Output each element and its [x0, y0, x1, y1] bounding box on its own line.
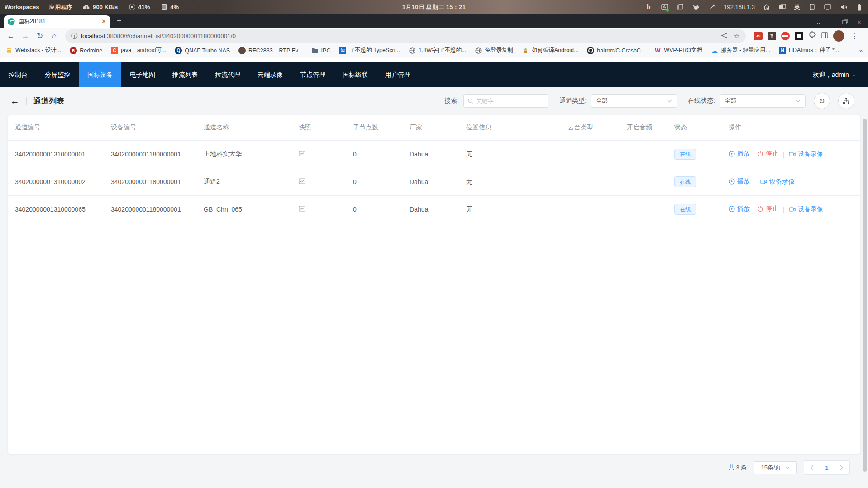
- clock[interactable]: 1月10日 星期二 15：21: [402, 3, 466, 11]
- site-info-icon[interactable]: ⓘ: [71, 32, 77, 40]
- nav-item-cloud-record[interactable]: 云端录像: [249, 62, 291, 87]
- display-icon[interactable]: [824, 3, 832, 11]
- snapshot-thumbnail-icon[interactable]: [299, 206, 305, 213]
- page-size-select[interactable]: 15条/页: [754, 461, 797, 474]
- dark-extension-icon[interactable]: [768, 32, 776, 40]
- stop-link[interactable]: 停止: [757, 150, 778, 158]
- new-tab-button[interactable]: +: [113, 15, 125, 27]
- search-input[interactable]: [476, 98, 544, 104]
- tree-view-button[interactable]: [838, 93, 854, 109]
- cloud-download-icon: [82, 3, 91, 11]
- bookmarks-overflow-chevron[interactable]: »: [859, 47, 863, 54]
- refresh-button[interactable]: ↻: [814, 93, 830, 109]
- play-link[interactable]: 播放: [729, 150, 750, 158]
- search-input-wrap[interactable]: [463, 94, 548, 108]
- online-status-select[interactable]: 全部: [720, 94, 806, 108]
- phone-link-icon[interactable]: [808, 3, 816, 11]
- clipboard-icon[interactable]: [676, 3, 684, 11]
- back-arrow-button[interactable]: ←: [10, 95, 19, 106]
- url-text: localhost:38080/#/channelList/3402000000…: [81, 33, 236, 39]
- divider: [783, 207, 784, 213]
- bookmark-item[interactable]: WWVP-PRO文档: [654, 47, 702, 54]
- next-page-button[interactable]: [840, 465, 844, 470]
- chevron-down-icon: ⌄: [852, 72, 856, 78]
- bookmark-item[interactable]: 知了不起的 TypeScri...: [339, 47, 400, 54]
- redmine-icon: R: [70, 47, 77, 54]
- play-icon: [729, 151, 735, 157]
- window-close-button[interactable]: ✕: [857, 19, 862, 26]
- share-icon[interactable]: [721, 32, 728, 40]
- app-notification-icon[interactable]: [660, 3, 668, 11]
- input-method-indicator[interactable]: 英: [794, 3, 800, 11]
- nav-item-split-monitor[interactable]: 分屏监控: [36, 62, 79, 87]
- bing-tray-icon[interactable]: b: [644, 3, 653, 11]
- color-picker-icon[interactable]: [708, 3, 716, 11]
- side-panel-icon[interactable]: [821, 32, 828, 40]
- current-page[interactable]: 1: [825, 464, 828, 471]
- ip-address-indicator[interactable]: 192.168.1.3: [724, 4, 755, 10]
- bookmark-item[interactable]: IPC: [311, 47, 331, 54]
- bookmark-item[interactable]: RRedmine: [70, 47, 102, 54]
- device-record-link[interactable]: 设备录像: [760, 178, 795, 186]
- window-restore-button[interactable]: [842, 19, 848, 26]
- user-menu[interactable]: 欢迎，admin⌄: [813, 71, 856, 79]
- home-button[interactable]: ⌂: [48, 30, 61, 43]
- bookmark-star-icon[interactable]: ☆: [734, 32, 740, 40]
- tab-close-icon[interactable]: ✕: [101, 18, 106, 25]
- bookmark-item[interactable]: QQNAP Turbo NAS: [175, 47, 230, 54]
- volume-icon[interactable]: [839, 3, 848, 11]
- workspace-switcher-icon[interactable]: [778, 3, 787, 11]
- address-bar[interactable]: ⓘ localhost:38080/#/channelList/34020000…: [65, 29, 746, 43]
- status-badge: 在线: [674, 149, 696, 160]
- bookmark-item[interactable]: hairrrrr/C-CrashC...: [587, 47, 645, 54]
- extensions-puzzle-icon[interactable]: [808, 31, 816, 41]
- col-vendor: 厂家: [403, 115, 459, 140]
- nav-item-gb-devices[interactable]: 国标设备: [79, 62, 121, 87]
- square-extension-icon[interactable]: [795, 32, 803, 40]
- nav-item-map[interactable]: 电子地图: [121, 62, 164, 87]
- nav-item-user-manage[interactable]: 用户管理: [377, 62, 419, 87]
- device-record-link[interactable]: 设备录像: [789, 150, 823, 158]
- applications-menu[interactable]: 应用程序: [49, 3, 72, 11]
- bookmark-item[interactable]: Cjava、android可...: [111, 47, 166, 54]
- profile-avatar[interactable]: [833, 30, 844, 42]
- bookmark-item[interactable]: 免登录复制: [475, 47, 513, 54]
- tab-search-chevron-icon[interactable]: ⌄: [816, 19, 821, 26]
- video-camera-icon: [789, 152, 796, 157]
- prev-page-button[interactable]: [810, 465, 814, 470]
- channel-type-select[interactable]: 全部: [591, 94, 677, 108]
- bookmark-item[interactable]: NHDAtmos :: 种子 *...: [779, 47, 839, 54]
- bookmark-item[interactable]: RFC2833 – RTP Ev...: [238, 47, 303, 54]
- page-scrollbar-thumb[interactable]: [863, 119, 867, 472]
- reload-button[interactable]: ↻: [33, 30, 46, 43]
- nav-item-push-list[interactable]: 推流列表: [164, 62, 206, 87]
- device-record-link[interactable]: 设备录像: [789, 205, 823, 213]
- back-button[interactable]: ←: [5, 30, 17, 43]
- browser-menu-icon[interactable]: ⋮: [849, 32, 860, 40]
- nav-item-gb-cascade[interactable]: 国标级联: [334, 62, 377, 87]
- bookmark-item[interactable]: ≣Webstack - 设计...: [5, 47, 61, 54]
- col-location: 位置信息: [459, 115, 561, 140]
- js-extension-icon[interactable]: JS: [754, 32, 763, 40]
- browser-tab[interactable]: 国标28181 ✕: [4, 15, 110, 28]
- snapshot-thumbnail-icon[interactable]: [299, 151, 305, 158]
- home-icon[interactable]: [763, 3, 771, 11]
- battery-icon[interactable]: [855, 3, 863, 11]
- bookmark-item[interactable]: ☁服务器 - 轻量应用...: [711, 47, 770, 54]
- cloud-icon: ☁: [711, 47, 718, 54]
- forward-button[interactable]: →: [19, 30, 32, 43]
- window-minimize-button[interactable]: –: [830, 19, 833, 26]
- caffeine-cup-icon[interactable]: [692, 3, 700, 11]
- bookmark-item[interactable]: 1.8W字|了不起的...: [409, 47, 466, 54]
- stop-link[interactable]: 停止: [757, 205, 778, 213]
- nav-item-console[interactable]: 控制台: [0, 62, 36, 87]
- nav-item-pull-proxy[interactable]: 拉流代理: [206, 62, 249, 87]
- play-link[interactable]: 播放: [729, 177, 750, 185]
- play-link[interactable]: 播放: [729, 205, 750, 213]
- snapshot-thumbnail-icon[interactable]: [299, 178, 305, 185]
- bookmark-item[interactable]: 如何编译Android...: [522, 47, 579, 54]
- content-area: ← 通道列表 搜索: 通道类型: 全部 在线状态: 全部 ↻: [0, 87, 868, 488]
- blocker-extension-icon[interactable]: [781, 32, 790, 40]
- nav-item-node-manage[interactable]: 节点管理: [291, 62, 334, 87]
- workspaces-button[interactable]: Workspaces: [5, 4, 39, 10]
